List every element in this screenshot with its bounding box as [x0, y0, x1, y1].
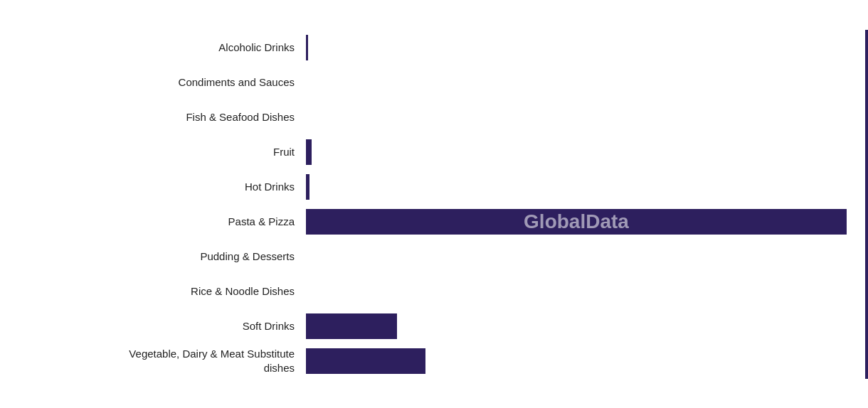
bar — [306, 35, 308, 60]
chart-row: Vegetable, Dairy & Meat Substitutedishes — [0, 344, 868, 378]
right-border-line — [865, 30, 868, 379]
chart-row: Fruit — [0, 135, 868, 169]
chart-row: Soft Drinks — [0, 309, 868, 343]
chart-row: Alcoholic Drinks — [0, 31, 868, 65]
chart-label: Condiments and Sauces — [0, 75, 306, 90]
chart-label: Pasta & Pizza — [0, 215, 306, 229]
chart-container: Alcoholic DrinksCondiments and SaucesFis… — [0, 0, 868, 408]
bar-area — [306, 309, 868, 343]
bar-area — [306, 31, 868, 65]
bar-area — [306, 274, 868, 308]
chart-row: Pasta & PizzaGlobalData — [0, 205, 868, 239]
chart-row: Rice & Noodle Dishes — [0, 274, 868, 308]
bar: GlobalData — [306, 209, 847, 235]
bar — [306, 139, 312, 165]
bar — [306, 348, 425, 374]
bar-area — [306, 65, 868, 100]
chart-label: Rice & Noodle Dishes — [0, 284, 306, 299]
chart-label: Hot Drinks — [0, 180, 306, 194]
chart-label: Pudding & Desserts — [0, 249, 306, 264]
bar-area — [306, 135, 868, 169]
bar-area: GlobalData — [306, 205, 868, 239]
chart-row: Pudding & Desserts — [0, 240, 868, 274]
chart-label: Soft Drinks — [0, 319, 306, 333]
bar-area — [306, 240, 868, 274]
bar-area — [306, 170, 868, 204]
chart-row: Hot Drinks — [0, 170, 868, 204]
chart-row: Condiments and Sauces — [0, 65, 868, 100]
chart-label: Alcoholic Drinks — [0, 41, 306, 55]
watermark: GlobalData — [524, 210, 629, 233]
chart-label: Vegetable, Dairy & Meat Substitutedishes — [0, 347, 306, 375]
bar — [306, 313, 397, 339]
bar-area — [306, 344, 868, 378]
bar — [306, 174, 309, 200]
bar-area — [306, 100, 868, 134]
chart-row: Fish & Seafood Dishes — [0, 100, 868, 134]
chart-label: Fruit — [0, 145, 306, 159]
chart-label: Fish & Seafood Dishes — [0, 110, 306, 124]
